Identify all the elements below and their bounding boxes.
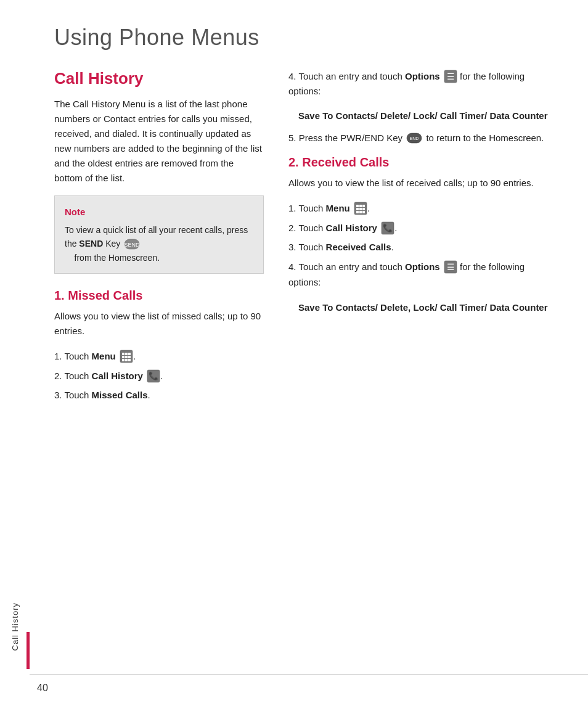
note-text-line2: from the Homescreen. xyxy=(65,253,160,263)
svg-rect-7 xyxy=(125,356,128,358)
received-step-1-bold: Menu xyxy=(326,203,350,213)
note-box: Note To view a quick list of all your re… xyxy=(54,195,264,274)
sidebar: Call History xyxy=(0,0,30,706)
note-label: Note xyxy=(65,205,253,220)
menu-icon-received xyxy=(354,202,367,215)
svg-rect-26 xyxy=(359,211,362,213)
missed-step-3-bold: Missed Calls xyxy=(92,390,148,400)
received-options-bold: Options xyxy=(405,261,440,272)
menu-icon-missed xyxy=(120,350,133,363)
missed-calls-steps: 1. Touch Menu xyxy=(54,348,264,403)
svg-rect-5 xyxy=(128,353,131,355)
received-calls-heading: 2. Received Calls xyxy=(288,155,557,170)
note-text: To view a quick list of all your recent … xyxy=(65,225,248,263)
call-history-intro: The Call History Menu is a list of the l… xyxy=(54,97,264,186)
svg-rect-19 xyxy=(356,205,359,207)
ch-step5-text: 5. Press the PWR/END Key END to return t… xyxy=(288,131,557,146)
received-step-3: 3. Touch Received Calls. xyxy=(288,239,557,255)
svg-rect-21 xyxy=(362,205,365,207)
svg-rect-23 xyxy=(359,208,362,210)
svg-text:📞: 📞 xyxy=(149,371,159,381)
received-step-4: 4. Touch an entry and touch Options ☰ fo… xyxy=(288,259,557,290)
options-icon-received: ☰ xyxy=(444,260,457,274)
svg-text:☰: ☰ xyxy=(446,262,454,272)
page-title: Using Phone Menus xyxy=(54,25,557,51)
received-step-2-bold: Call History xyxy=(326,223,377,233)
send-key-icon: SEND xyxy=(124,239,140,250)
svg-rect-4 xyxy=(125,353,128,355)
received-calls-steps: 1. Touch Menu xyxy=(288,200,557,290)
note-send-bold: SEND xyxy=(79,239,103,248)
svg-rect-10 xyxy=(125,359,128,361)
callhistory-icon-received: 📞 xyxy=(381,221,394,235)
options-icon-ch: ☰ xyxy=(444,70,457,83)
sidebar-accent-bar xyxy=(27,632,30,669)
right-column: 4. Touch an entry and touch Options ☰ fo… xyxy=(288,69,557,413)
callhistory-icon-missed: 📞 xyxy=(147,369,160,383)
svg-rect-20 xyxy=(359,205,362,207)
columns-layout: Call History The Call History Menu is a … xyxy=(54,69,557,413)
missed-step-2: 2. Touch Call History 📞 . xyxy=(54,368,264,384)
ch-options-bold: Options xyxy=(405,71,440,81)
missed-calls-heading: 1. Missed Calls xyxy=(54,289,264,303)
svg-rect-24 xyxy=(362,208,365,210)
ch-step4-text: 4. Touch an entry and touch Options ☰ fo… xyxy=(288,69,557,99)
bottom-divider xyxy=(30,675,588,675)
missed-calls-description: Allows you to view the list of missed ca… xyxy=(54,309,264,339)
svg-rect-6 xyxy=(122,356,125,358)
ch-options-text: Save To Contacts/ Delete/ Lock/ Call Tim… xyxy=(298,109,557,123)
received-options-text: Save To Contacts/ Delete, Lock/ Call Tim… xyxy=(298,300,557,315)
page-number: 40 xyxy=(37,683,48,694)
svg-rect-9 xyxy=(122,359,125,361)
received-step-3-bold: Received Calls xyxy=(326,242,391,252)
received-step-2: 2. Touch Call History 📞 . xyxy=(288,220,557,236)
svg-rect-3 xyxy=(122,353,125,355)
call-history-heading: Call History xyxy=(54,69,264,88)
page-container: Call History Using Phone Menus Call Hist… xyxy=(0,0,588,706)
left-column: Call History The Call History Menu is a … xyxy=(54,69,264,413)
svg-text:☰: ☰ xyxy=(446,72,454,81)
svg-text:SEND: SEND xyxy=(125,242,141,248)
svg-rect-22 xyxy=(356,208,359,210)
end-key-icon: END xyxy=(406,133,422,144)
missed-step-1-bold: Menu xyxy=(92,351,116,361)
svg-text:END: END xyxy=(410,136,419,141)
svg-rect-25 xyxy=(356,211,359,213)
svg-rect-11 xyxy=(128,359,131,361)
main-content: Using Phone Menus Call History The Call … xyxy=(30,0,588,706)
missed-step-2-bold: Call History xyxy=(92,371,143,381)
received-calls-description: Allows you to view the list of received … xyxy=(288,176,557,191)
missed-step-3: 3. Touch Missed Calls. xyxy=(54,387,264,403)
svg-rect-8 xyxy=(128,356,131,358)
received-step-1: 1. Touch Menu xyxy=(288,200,557,216)
svg-text:📞: 📞 xyxy=(383,223,393,233)
missed-step-1: 1. Touch Menu xyxy=(54,348,264,364)
sidebar-label: Call History xyxy=(10,602,20,651)
svg-rect-27 xyxy=(362,211,365,213)
